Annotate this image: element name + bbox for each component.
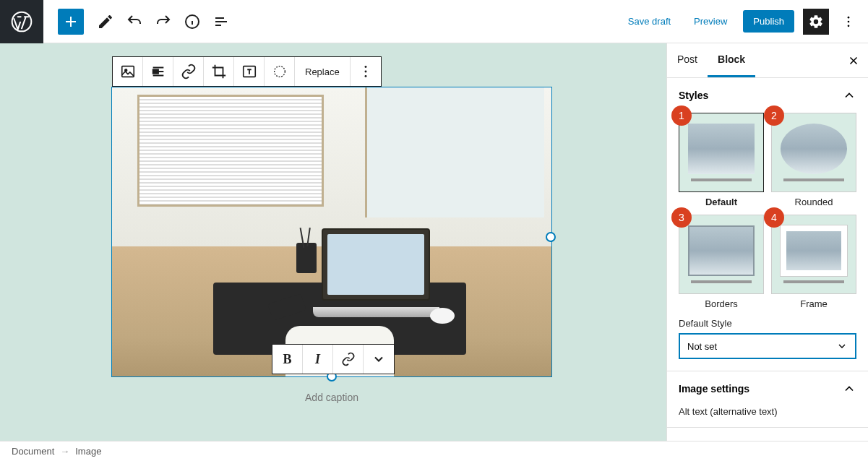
settings-sidebar: Post Block Styles 1 Default 2 Rounded <box>666 43 868 441</box>
default-style-label: Default Style <box>679 318 856 329</box>
svg-rect-7 <box>152 69 158 74</box>
toolbar-right: Save draft Preview Publish <box>621 9 868 35</box>
svg-point-10 <box>364 66 366 68</box>
svg-point-2 <box>848 16 850 18</box>
caption-more-icon[interactable] <box>364 345 394 374</box>
settings-icon[interactable] <box>803 9 829 35</box>
styles-panel: Styles 1 Default 2 Rounded 3 Borders <box>667 78 868 371</box>
image-settings-header[interactable]: Image settings <box>667 371 868 406</box>
chevron-down-icon <box>836 340 848 352</box>
resize-handle-right[interactable] <box>546 232 556 242</box>
editor-canvas[interactable]: Replace B I Add caption <box>0 43 666 441</box>
italic-button[interactable]: I <box>303 345 333 374</box>
style-option-default[interactable]: 1 Default <box>679 113 764 207</box>
chevron-up-icon <box>842 382 856 396</box>
caption-format-toolbar: B I <box>272 344 395 374</box>
align-icon[interactable] <box>143 57 173 86</box>
outline-icon[interactable] <box>208 9 234 35</box>
default-style-select[interactable]: Not set <box>679 333 856 359</box>
more-options-icon[interactable] <box>838 9 859 35</box>
style-option-rounded[interactable]: 2 Rounded <box>771 113 856 207</box>
bold-button[interactable]: B <box>272 345 303 374</box>
block-type-image-icon[interactable] <box>113 57 143 86</box>
image-block[interactable] <box>112 87 551 376</box>
crop-icon[interactable] <box>204 57 234 86</box>
image-content <box>112 87 551 376</box>
callout-badge: 3 <box>671 207 692 228</box>
caption-link-icon[interactable] <box>333 345 364 374</box>
svg-rect-5 <box>121 66 134 77</box>
breadcrumb: Document → Image <box>0 441 868 461</box>
replace-button[interactable]: Replace <box>295 57 351 86</box>
wordpress-logo[interactable] <box>0 0 43 43</box>
close-sidebar-icon[interactable] <box>845 52 862 69</box>
callout-badge: 1 <box>671 105 692 126</box>
style-label: Rounded <box>771 197 856 207</box>
block-more-icon[interactable] <box>351 57 381 86</box>
alt-text-label: Alt text (alternative text) <box>667 406 868 427</box>
svg-point-3 <box>848 20 850 22</box>
style-option-borders[interactable]: 3 Borders <box>679 215 764 309</box>
block-toolbar: Replace <box>112 56 382 87</box>
callout-badge: 2 <box>764 105 784 126</box>
style-label: Borders <box>679 298 764 309</box>
block-tab[interactable]: Block <box>708 43 755 77</box>
image-settings-panel: Image settings Alt text (alternative tex… <box>667 371 868 428</box>
svg-point-11 <box>364 71 366 73</box>
style-label: Default <box>679 197 764 207</box>
post-tab[interactable]: Post <box>667 43 708 77</box>
style-label: Frame <box>771 298 856 309</box>
toolbar-left <box>43 9 234 35</box>
breadcrumb-document[interactable]: Document <box>12 446 54 457</box>
undo-icon[interactable] <box>121 9 147 35</box>
add-block-button[interactable] <box>58 9 84 35</box>
style-option-frame[interactable]: 4 Frame <box>771 215 856 309</box>
breadcrumb-arrow-icon: → <box>60 446 69 457</box>
preview-button[interactable]: Preview <box>687 12 734 31</box>
sidebar-tabs: Post Block <box>667 43 868 78</box>
styles-panel-title: Styles <box>679 90 708 101</box>
text-overlay-icon[interactable] <box>234 57 265 86</box>
link-icon[interactable] <box>173 57 204 86</box>
redo-icon[interactable] <box>150 9 176 35</box>
duotone-icon[interactable] <box>265 57 295 86</box>
save-draft-button[interactable]: Save draft <box>621 12 678 31</box>
breadcrumb-image[interactable]: Image <box>75 446 101 457</box>
caption-input[interactable]: Add caption <box>112 392 551 403</box>
callout-badge: 4 <box>764 207 784 228</box>
chevron-up-icon <box>842 88 856 103</box>
default-style-value: Not set <box>687 341 717 352</box>
svg-point-12 <box>364 75 366 77</box>
publish-button[interactable]: Publish <box>743 10 794 33</box>
image-settings-title: Image settings <box>679 383 749 395</box>
svg-point-4 <box>848 25 850 27</box>
info-icon[interactable] <box>179 9 205 35</box>
edit-icon[interactable] <box>93 9 119 35</box>
svg-point-9 <box>274 66 285 77</box>
top-toolbar: Save draft Preview Publish <box>0 0 868 43</box>
